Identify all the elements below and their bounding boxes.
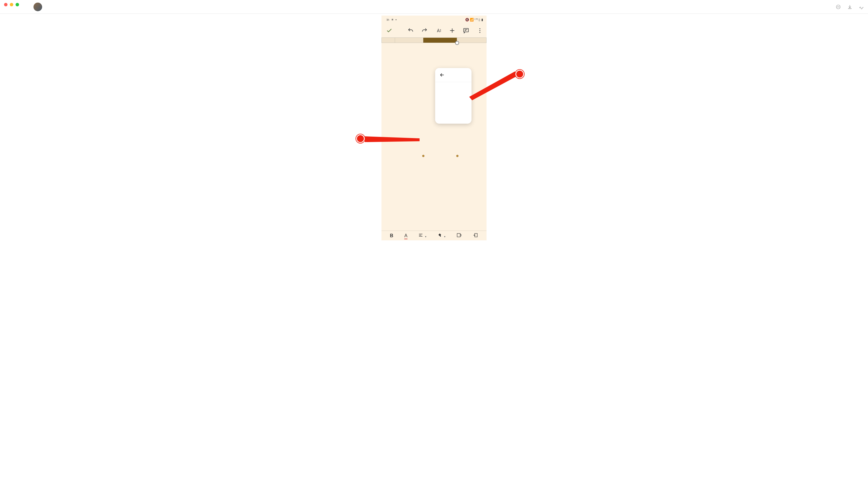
text-color-button[interactable]: A: [404, 233, 408, 239]
menu-back-button[interactable]: [435, 71, 471, 82]
avatar: [34, 3, 42, 11]
svg-point-8: [479, 30, 480, 31]
menu-hide-column[interactable]: [435, 106, 471, 113]
select-all-corner[interactable]: [382, 38, 395, 43]
insert-button[interactable]: [473, 233, 478, 239]
overflow-menu-icon[interactable]: [477, 27, 483, 34]
menu-freeze[interactable]: [435, 98, 471, 106]
cell-format-button[interactable]: [456, 233, 462, 239]
download-icon[interactable]: [847, 4, 852, 10]
column-header-c[interactable]: [457, 38, 487, 43]
annotation-3-badge: [516, 70, 524, 78]
wifi-icon: 📶: [470, 18, 474, 22]
column-context-menu: [435, 68, 471, 124]
close-window-button[interactable]: [4, 3, 7, 6]
selection-handle-right[interactable]: [456, 154, 459, 157]
battery-icon: ▮: [481, 18, 483, 22]
brightness-icon: ☀: [391, 18, 394, 22]
fill-color-button[interactable]: [437, 233, 445, 239]
notif-icon: •: [396, 18, 397, 21]
menu-resize-column[interactable]: [435, 113, 471, 121]
spreadsheet[interactable]: [381, 37, 487, 43]
align-button[interactable]: [418, 233, 426, 239]
bold-button[interactable]: B: [390, 233, 393, 239]
redo-icon[interactable]: [421, 27, 428, 34]
maximize-window-button[interactable]: [16, 3, 19, 6]
phone-screenshot: in ☀ • 🔇 📶 ᴸᵀᴱ ▯ ▮: [381, 16, 487, 240]
scribble-icon[interactable]: [859, 4, 864, 10]
column-resize-handle[interactable]: [455, 41, 459, 45]
menu-sort-za[interactable]: [435, 91, 471, 98]
bottom-format-toolbar: B A: [381, 231, 487, 240]
mute-icon: 🔇: [465, 18, 469, 22]
comment-icon[interactable]: [463, 27, 469, 34]
column-header-b[interactable]: [423, 38, 457, 43]
minimize-window-button[interactable]: [10, 3, 13, 6]
android-status-bar: in ☀ • 🔇 📶 ᴸᵀᴱ ▯ ▮: [381, 16, 487, 24]
more-icon[interactable]: [836, 4, 841, 10]
undo-icon[interactable]: [408, 27, 414, 34]
linkedin-icon: in: [387, 18, 389, 21]
traffic-lights: [4, 3, 19, 6]
svg-point-7: [479, 28, 480, 29]
annotation-2-badge: [356, 134, 365, 143]
lte-icon: ᴸᵀᴱ: [474, 18, 478, 22]
selection-handle-left[interactable]: [422, 154, 425, 157]
signal-icon: ▯: [478, 18, 480, 22]
sheets-toolbar: [381, 24, 487, 37]
header-actions: [836, 4, 864, 10]
svg-rect-10: [457, 233, 460, 237]
text-format-icon[interactable]: [435, 27, 441, 34]
menu-sort-az[interactable]: [435, 83, 471, 91]
column-header-a[interactable]: [395, 38, 423, 43]
sender-block: [34, 3, 45, 11]
window-header: [0, 0, 868, 14]
svg-rect-6: [464, 28, 469, 32]
add-icon[interactable]: [449, 27, 455, 34]
svg-point-9: [479, 32, 480, 33]
accept-icon[interactable]: [386, 27, 393, 34]
